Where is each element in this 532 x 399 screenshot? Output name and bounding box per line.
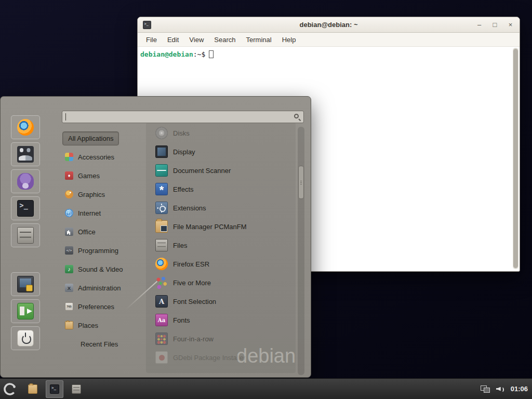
effects-icon (155, 183, 168, 195)
accessories-icon (65, 153, 73, 161)
files-icon (155, 239, 168, 251)
preferences-icon (65, 302, 73, 311)
app-document-scanner[interactable]: Document Scanner (153, 161, 295, 180)
file-manager-icon (155, 220, 168, 233)
display-icon (155, 145, 168, 158)
four-in-a-row-icon (155, 332, 168, 345)
close-button[interactable]: × (507, 21, 514, 28)
category-preferences[interactable]: Preferences (62, 297, 144, 316)
panel-left (0, 379, 85, 399)
app-file-manager[interactable]: File Manager PCManFM (153, 217, 295, 236)
folder-icon (28, 384, 37, 394)
maximize-button[interactable]: □ (491, 21, 499, 28)
favorite-terminal[interactable] (11, 196, 40, 220)
favorite-pidgin[interactable] (11, 169, 40, 193)
pidgin-icon (17, 173, 34, 190)
terminal-window-title: debian@debian: ~ (138, 21, 520, 29)
places-folder-icon (65, 321, 73, 329)
shutdown-button[interactable] (11, 326, 40, 350)
administration-icon (65, 284, 73, 292)
app-font-selection[interactable]: Font Selection (153, 292, 295, 311)
search-input[interactable] (62, 111, 303, 123)
files-icon (72, 384, 81, 394)
sound-video-icon (65, 265, 73, 273)
gdebi-icon (155, 351, 168, 364)
app-five-or-more[interactable]: Five or More (153, 273, 295, 292)
lock-screen-icon (17, 276, 34, 292)
menu-scrollbar-thumb[interactable] (298, 166, 304, 199)
menu-button[interactable] (0, 379, 20, 399)
prompt-user-host: debian@debian (140, 50, 193, 58)
logout-icon (17, 303, 34, 320)
shutdown-icon (17, 330, 34, 347)
games-icon (65, 171, 73, 180)
network-icon[interactable] (481, 385, 490, 393)
category-programming[interactable]: Programming (62, 241, 144, 260)
clock[interactable]: 01:06 (511, 385, 528, 393)
category-games[interactable]: Games (62, 166, 144, 185)
menu-file[interactable]: File (141, 34, 162, 46)
category-internet[interactable]: Internet (62, 204, 144, 222)
volume-icon[interactable] (496, 385, 504, 393)
application-list: Disks Display Document Scanner Effects E… (153, 124, 295, 367)
launcher-files[interactable] (68, 380, 85, 398)
search-box[interactable] (62, 111, 304, 123)
terminal-scrollbar-thumb[interactable] (513, 49, 518, 268)
prompt-path: :~$ (193, 50, 205, 58)
terminal-titlebar[interactable]: debian@debian: ~ – □ × (138, 17, 520, 33)
favorite-users[interactable] (11, 142, 40, 166)
window-controls: – □ × (475, 17, 514, 32)
menu-help[interactable]: Help (277, 34, 301, 46)
app-gdebi[interactable]: GDebi Package Installer (153, 348, 295, 367)
taskbar-terminal[interactable] (46, 380, 63, 398)
graphics-icon (65, 190, 73, 198)
launcher-file-manager[interactable] (24, 380, 42, 398)
office-icon (65, 228, 73, 236)
disks-icon (155, 127, 168, 139)
category-administration[interactable]: Administration (62, 278, 144, 297)
programming-icon (65, 246, 73, 255)
app-disks[interactable]: Disks (153, 124, 295, 142)
category-accessories[interactable]: Accessories (62, 148, 144, 166)
favorite-firefox[interactable] (11, 115, 40, 139)
category-places[interactable]: Places (62, 316, 144, 335)
menu-terminal[interactable]: Terminal (241, 34, 277, 46)
lock-screen-button[interactable] (11, 272, 40, 296)
category-all-applications[interactable]: All Applications (62, 129, 144, 148)
app-display[interactable]: Display (153, 142, 295, 161)
files-icon (17, 227, 34, 244)
firefox-icon (17, 119, 34, 136)
category-recent-files[interactable]: Recent Files (62, 335, 144, 353)
users-icon (17, 146, 34, 163)
app-files[interactable]: Files (153, 236, 295, 255)
app-effects[interactable]: Effects (153, 180, 295, 198)
category-sound-video[interactable]: Sound & Video (62, 260, 144, 278)
extensions-icon (155, 202, 168, 214)
logout-button[interactable] (11, 299, 40, 323)
firefox-icon (155, 258, 168, 270)
bottom-panel: 01:06 (0, 378, 532, 399)
menu-scrollbar[interactable] (298, 127, 304, 375)
terminal-scrollbar[interactable] (513, 48, 518, 269)
menu-search[interactable]: Search (209, 34, 241, 46)
terminal-icon (50, 384, 59, 394)
category-office[interactable]: Office (62, 222, 144, 241)
app-firefox-esr[interactable]: Firefox ESR (153, 255, 295, 273)
favorite-files[interactable] (11, 223, 40, 247)
terminal-icon (17, 200, 34, 217)
app-extensions[interactable]: Extensions (153, 198, 295, 217)
internet-icon (65, 209, 73, 217)
menu-view[interactable]: View (184, 34, 209, 46)
application-menu: All Applications Accessories Games Graph… (0, 96, 311, 378)
desktop: debian@debian: ~ – □ × File Edit View Se… (0, 0, 532, 399)
category-graphics[interactable]: Graphics (62, 185, 144, 204)
app-fonts[interactable]: Fonts (153, 311, 295, 329)
minimize-button[interactable]: – (475, 21, 483, 28)
app-four-in-a-row[interactable]: Four-in-a-row (153, 329, 295, 348)
search-icon (294, 114, 299, 118)
document-scanner-icon (155, 164, 168, 177)
menu-edit[interactable]: Edit (162, 34, 184, 46)
font-selection-icon (155, 295, 168, 308)
system-tray: 01:06 (481, 379, 532, 399)
fonts-icon (155, 314, 168, 326)
